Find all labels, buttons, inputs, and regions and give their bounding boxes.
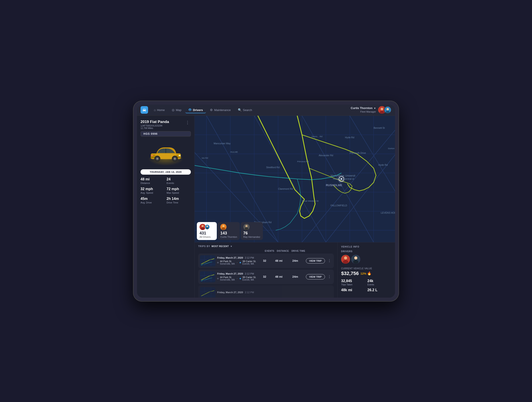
svg-text:Mancunian Way: Mancunian Way <box>214 142 231 145</box>
chip-avatar-2 <box>205 225 210 229</box>
driver-avatar-2 <box>351 255 360 264</box>
driver-chip-curtis[interactable]: 143 Curtis Thornton <box>218 222 240 240</box>
drivers-icon <box>188 108 191 112</box>
view-trip-button[interactable]: VIEW TRIP <box>306 258 325 264</box>
route-end-dot <box>240 262 241 263</box>
column-headers: EVENTS DISTANCE DRIVE TIME <box>198 250 334 252</box>
svg-point-20 <box>174 157 176 160</box>
svg-point-99 <box>354 256 357 259</box>
search-icon: 🔍 <box>238 108 242 112</box>
driver-chip-all[interactable]: 431 All Drivers <box>197 222 217 240</box>
driver-avatar-1 <box>341 255 350 264</box>
chip-avatar-ray <box>243 224 250 230</box>
svg-point-72 <box>206 225 208 227</box>
svg-rect-12 <box>151 155 153 156</box>
svg-text:RUSHOLME: RUSHOLME <box>326 183 342 187</box>
trip-route: 44 Park St. Somerville, MA 38 Carter St.… <box>217 260 256 265</box>
nav-item-home[interactable]: ⌂ Home <box>151 107 168 113</box>
svg-point-5 <box>386 111 390 113</box>
driver-chips: 431 All Drivers <box>195 220 265 242</box>
trip-more-button[interactable]: ⋮ <box>327 258 332 264</box>
drivers-avatars <box>341 255 392 264</box>
vehicle-value: $32,756 12% 🔥 <box>341 270 392 276</box>
more-options-button[interactable]: ⋮ <box>184 120 191 126</box>
svg-rect-10 <box>178 155 180 156</box>
main-content: 2019 Fiat Panda 1J4FT68SXXL633294 12,768… <box>137 116 395 298</box>
svg-point-70 <box>201 227 204 230</box>
sort-dropdown-arrow[interactable]: ▼ <box>230 245 232 248</box>
stat-avg-speed: 32 mph Avg. Speed <box>140 187 165 194</box>
stat-drive-time: 2h 14m Drive Time <box>167 197 191 204</box>
svg-text:Hyde Rd: Hyde Rd <box>378 163 388 166</box>
trip-info: Friday, March 27, 2020 2:12 PM 44 Park S… <box>217 272 256 281</box>
trip-route: 44 Park St. Somerville, MA 38 Carter St.… <box>217 276 256 281</box>
svg-text:Manchester Universit: Manchester Universit <box>331 174 355 177</box>
svg-text:Plymouth Drive: Plymouth Drive <box>350 151 366 154</box>
map-icon: ◎ <box>172 108 174 112</box>
stat-max-speed: 72 mph Max Speed <box>167 187 191 194</box>
vehicle-info-panel: VEHICLE INFO DRIVERS <box>337 242 395 298</box>
route-line <box>236 278 238 279</box>
svg-text:Bennett St: Bennett St <box>374 126 385 129</box>
route-start-dot <box>217 278 219 279</box>
stat-distance: 48 mi Distance <box>140 177 165 184</box>
svg-text:Hyde Rd: Hyde Rd <box>345 136 354 139</box>
stat-events: 24 Events <box>167 177 191 184</box>
route-line <box>236 262 238 263</box>
svg-point-17 <box>156 157 158 160</box>
stat-avg-drive: 45m Avg. Drive <box>140 197 165 204</box>
nav-logo[interactable] <box>140 106 148 114</box>
trip-map-thumbnail <box>200 271 215 282</box>
svg-point-96 <box>344 256 347 259</box>
svg-text:Hospitals (central st: Hospitals (central st <box>333 177 354 180</box>
nav-item-maintenance[interactable]: ⚙ Maintenance <box>207 107 234 113</box>
car-illustration <box>147 141 185 163</box>
svg-text:res Rd: res Rd <box>202 157 208 159</box>
route-end-dot <box>240 278 241 279</box>
view-trip-button[interactable]: VIEW TRIP <box>306 274 325 279</box>
trip-info: Friday, March 27, 2020 2:12 PM 44 Park S… <box>217 256 256 265</box>
trip-more-button[interactable]: ⋮ <box>327 274 332 280</box>
info-stat-distance: 48k mi <box>341 288 365 292</box>
driver-chip-ray[interactable]: 76 Ray Hernandez <box>241 222 263 240</box>
svg-text:Great Western St: Great Western St <box>302 200 318 202</box>
plate-badge: HGS 0996 <box>140 131 191 137</box>
vehicle-header: 2019 Fiat Panda 1J4FT68SXXL633294 12,768… <box>140 120 191 129</box>
trips-header: TRIPS BY MOST RECENT ▼ <box>198 245 334 248</box>
nav-item-search[interactable]: 🔍 Search <box>235 107 255 113</box>
user-avatars <box>378 106 392 114</box>
svg-text:Princess Rd: Princess Rd <box>297 160 309 163</box>
center-column: Manchester Universit Hospitals (central … <box>195 116 395 298</box>
map-container: Manchester Universit Hospitals (central … <box>195 116 395 242</box>
gear-icon: ⚙ <box>210 108 213 112</box>
value-arrow-icon: 🔥 <box>367 271 372 275</box>
home-icon: ⌂ <box>154 108 156 112</box>
bottom-section: TRIPS BY MOST RECENT ▼ EVENTS DISTANCE D… <box>195 242 395 298</box>
trip-stats: 32 48 mi 24m <box>258 259 304 262</box>
date-badge: THURSDAY, JAN 14, 2020 <box>140 169 191 175</box>
nav-user: Curtis Thornton ▼ Fleet Manager <box>351 106 392 114</box>
svg-rect-14 <box>151 157 155 158</box>
table-row: Friday, March 27, 2020 2:12 PM 44 Park S… <box>198 270 334 284</box>
vehicle-info-stats: 32,845 Trips Taken 24k Events 48k mi <box>341 279 392 292</box>
svg-point-75 <box>222 225 225 227</box>
vehicle-miles: 12,768 Miles <box>140 127 169 129</box>
svg-point-78 <box>245 225 248 227</box>
svg-point-69 <box>202 225 204 227</box>
vehicle-stats: 48 mi Distance 24 Events 32 mph Avg. Spe… <box>140 177 191 204</box>
trips-area: TRIPS BY MOST RECENT ▼ EVENTS DISTANCE D… <box>195 242 337 298</box>
svg-text:Gorton Ln: Gorton Ln <box>388 147 395 149</box>
trip-map-thumbnail <box>200 287 215 298</box>
trip-map-thumbnail <box>200 255 215 266</box>
vehicle-title: 2019 Fiat Panda <box>140 120 169 124</box>
chip-avatar-curtis <box>220 224 227 230</box>
nav-item-map[interactable]: ◎ Map <box>169 107 184 113</box>
table-row: Friday, March 27, 2020 2:12 PM 44 Park S… <box>198 253 334 268</box>
svg-point-1 <box>381 108 383 110</box>
svg-point-76 <box>222 227 225 230</box>
nav-item-drivers[interactable]: Drivers <box>185 107 206 113</box>
svg-text:Claremont Rd: Claremont Rd <box>278 187 293 190</box>
info-stat-trips: 32,845 Trips Taken <box>341 279 365 286</box>
svg-text:HULME: HULME <box>230 151 238 153</box>
navbar: ⌂ Home ◎ Map Drivers ⚙ Maintenance 🔍 Sea… <box>137 105 395 116</box>
